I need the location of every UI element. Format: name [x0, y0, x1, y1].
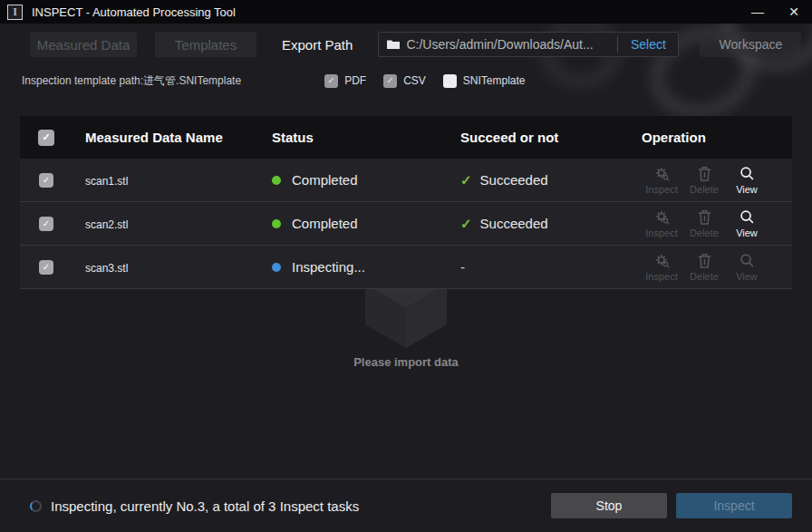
footer-statusbar: Inspecting, currently No.3, a total of 3… — [0, 479, 812, 532]
footer-buttons: Stop Inspect — [551, 493, 792, 518]
minimize-button[interactable]: — — [740, 0, 776, 24]
pdf-checkbox-label: PDF — [344, 74, 366, 87]
snitemplate-checkbox-label: SNITemplate — [463, 74, 526, 87]
gear-magnifier-icon — [654, 253, 670, 269]
header-operation: Operation — [638, 130, 792, 145]
measured-data-name: scan3.stl — [85, 262, 128, 275]
inspect-button-label: Inspect — [645, 227, 677, 238]
row-checkbox[interactable]: ✓ — [39, 173, 53, 188]
template-path-row: Inspection template path:进气管.SNITemplate… — [0, 71, 812, 91]
succeed-text: - — [460, 259, 465, 275]
window-title: INSPECT - Automated Processing Tool — [32, 5, 236, 19]
inspect-button[interactable]: Inspect — [676, 493, 792, 518]
magnifier-icon — [740, 166, 755, 182]
trash-icon — [698, 253, 711, 269]
delete-row-button[interactable]: Delete — [684, 253, 724, 282]
format-option-pdf[interactable]: ✓ PDF — [324, 74, 366, 88]
view-row-button[interactable]: View — [727, 166, 767, 195]
view-row-button[interactable]: View — [727, 209, 767, 238]
workspace-button[interactable]: Workspace — [700, 32, 801, 57]
empty-state-message: Please import data — [353, 355, 459, 369]
trash-icon — [698, 166, 711, 182]
stop-button[interactable]: Stop — [551, 493, 667, 518]
delete-button-label: Delete — [690, 227, 719, 238]
templates-button[interactable]: Templates — [155, 32, 256, 57]
status-text: Completed — [292, 216, 358, 231]
format-option-csv[interactable]: ✓ CSV — [383, 74, 426, 88]
view-button-label: View — [736, 184, 758, 195]
measured-data-table: ✓ Measured Data Name Status Succeed or n… — [20, 116, 792, 289]
pdf-checkbox[interactable]: ✓ — [324, 74, 338, 88]
status-dot — [272, 219, 281, 228]
select-all-checkbox[interactable]: ✓ — [38, 130, 54, 146]
folder-icon — [387, 39, 400, 50]
snitemplate-checkbox[interactable] — [443, 74, 457, 88]
delete-button-label: Delete — [690, 271, 719, 282]
inspect-row-button[interactable]: Inspect — [642, 253, 682, 282]
inspection-template-path: Inspection template path:进气管.SNITemplate — [22, 73, 241, 89]
measured-data-name: scan1.stl — [85, 175, 128, 188]
measured-data-button[interactable]: Measured Data — [30, 32, 137, 57]
succeeded-check-icon: ✓ — [460, 172, 472, 189]
header-succeed-or-not: Succeed or not — [451, 130, 638, 145]
status-text: Completed — [292, 172, 358, 188]
view-button-label: View — [736, 271, 758, 282]
csv-checkbox[interactable]: ✓ — [383, 74, 397, 88]
delete-button-label: Delete — [690, 184, 719, 195]
export-format-options: ✓ PDF ✓ CSV SNITemplate — [324, 74, 525, 88]
gear-magnifier-icon — [654, 209, 670, 226]
table-row: ✓ scan2.stl Completed ✓ Succeeded Inspec… — [20, 202, 792, 246]
measured-data-name: scan2.stl — [85, 218, 128, 231]
succeeded-check-icon: ✓ — [460, 216, 472, 232]
succeed-text: Succeeded — [480, 172, 548, 188]
magnifier-icon — [740, 209, 755, 226]
view-button-label: View — [736, 227, 758, 238]
row-checkbox[interactable]: ✓ — [39, 217, 53, 231]
close-button[interactable]: ✕ — [776, 0, 812, 24]
export-path-value[interactable]: C:/Users/admin/Downloads/Aut... — [406, 37, 617, 52]
header-measured-data-name: Measured Data Name — [72, 130, 259, 145]
export-path-field[interactable]: C:/Users/admin/Downloads/Aut... Select — [378, 32, 679, 57]
header-status: Status — [259, 130, 451, 145]
csv-checkbox-label: CSV — [403, 74, 426, 87]
view-row-button[interactable]: View — [727, 253, 767, 282]
delete-row-button[interactable]: Delete — [684, 166, 724, 195]
format-option-snitemplate[interactable]: SNITemplate — [443, 74, 526, 88]
inspect-row-button[interactable]: Inspect — [642, 166, 682, 195]
status-text: Inspecting... — [292, 259, 365, 275]
titlebar: I INSPECT - Automated Processing Tool — … — [0, 0, 812, 24]
trash-icon — [698, 209, 711, 226]
inspect-row-button[interactable]: Inspect — [642, 209, 682, 238]
status-dot — [272, 263, 281, 272]
table-header-row: ✓ Measured Data Name Status Succeed or n… — [20, 116, 792, 159]
app-logo-icon: I — [7, 5, 23, 20]
toolbar: Measured Data Templates Export Path C:/U… — [0, 31, 812, 58]
inspection-status-text: Inspecting, currently No.3, a total of 3… — [51, 498, 359, 514]
decoration-ring — [637, 11, 770, 118]
status-dot — [272, 176, 281, 185]
table-row: ✓ scan1.stl Completed ✓ Succeeded Inspec… — [20, 159, 792, 202]
table-row: ✓ scan3.stl Inspecting... - Inspect — [20, 246, 792, 289]
inspect-button-label: Inspect — [645, 184, 677, 195]
magnifier-icon — [740, 253, 755, 269]
loading-spinner-icon — [30, 500, 42, 512]
inspect-button-label: Inspect — [645, 271, 677, 282]
delete-row-button[interactable]: Delete — [684, 209, 724, 238]
succeed-text: Succeeded — [480, 216, 548, 231]
gear-magnifier-icon — [654, 166, 670, 182]
window-controls: — ✕ — [740, 0, 812, 24]
row-checkbox[interactable]: ✓ — [39, 260, 53, 275]
select-path-button[interactable]: Select — [618, 33, 678, 56]
export-path-label: Export Path — [282, 37, 353, 53]
